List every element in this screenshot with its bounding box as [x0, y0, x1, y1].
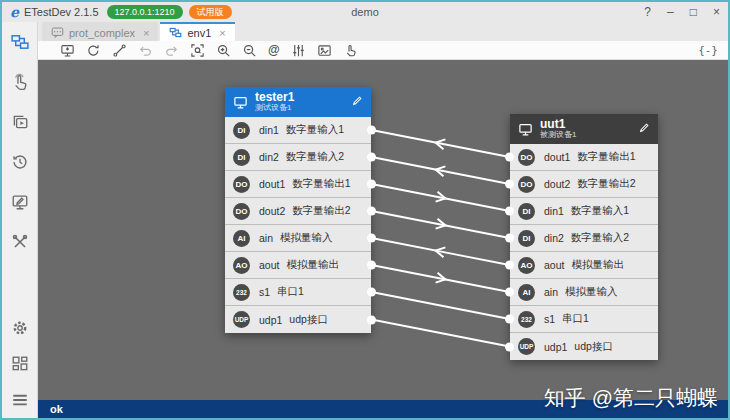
- port-connector-dot[interactable]: [505, 180, 514, 189]
- port-row[interactable]: 232 s1 串口1: [225, 279, 371, 306]
- device-block-tester1[interactable]: tester1 测试设备1 DI din1 数字量输入1 DI din2 数字量…: [225, 87, 371, 333]
- zoom-out-icon[interactable]: [242, 43, 257, 58]
- port-row[interactable]: AO aout 模拟量输出: [225, 252, 371, 279]
- device-header: uut1 被测设备1: [510, 114, 658, 144]
- left-sidebar: [2, 22, 38, 418]
- close-button[interactable]: ×: [713, 5, 720, 19]
- port-row[interactable]: DO dout2 数字量输出2: [510, 171, 658, 198]
- port-connector-dot[interactable]: [505, 153, 514, 162]
- port-name: dout1: [259, 178, 285, 190]
- edit-pencil-icon[interactable]: [638, 120, 650, 138]
- port-type-badge: DO: [233, 176, 250, 193]
- port-desc: 数字量输入2: [571, 231, 629, 245]
- port-connector-dot[interactable]: [505, 342, 514, 351]
- refresh-icon[interactable]: [86, 43, 101, 58]
- port-desc: udp接口: [289, 313, 328, 327]
- monitor-icon[interactable]: [60, 43, 75, 58]
- port-row[interactable]: DO dout2 数字量输出2: [225, 198, 371, 225]
- port-row[interactable]: AO aout 模拟量输出: [510, 252, 658, 279]
- settings-gear-icon[interactable]: [10, 318, 30, 338]
- run-layers-icon[interactable]: [10, 112, 30, 132]
- port-row[interactable]: DI din1 数字量输入1: [225, 117, 371, 144]
- port-connector-dot[interactable]: [367, 315, 376, 324]
- port-connector-dot[interactable]: [367, 126, 376, 135]
- status-text: ok: [50, 403, 63, 415]
- zoom-in-icon[interactable]: [216, 43, 231, 58]
- tab-env1[interactable]: env1 ×: [160, 22, 234, 41]
- topology-icon[interactable]: [10, 32, 30, 52]
- image-icon[interactable]: [317, 43, 332, 58]
- port-desc: 模拟量输出: [571, 258, 624, 272]
- port-type-badge: 232: [233, 284, 250, 301]
- port-row[interactable]: DO dout1 数字量输出1: [225, 171, 371, 198]
- port-desc: 数字量输出1: [577, 150, 635, 164]
- device-block-uut1[interactable]: uut1 被测设备1 DO dout1 数字量输出1 DO dout2 数字量输…: [510, 114, 658, 360]
- topology-canvas[interactable]: tester1 测试设备1 DI din1 数字量输入1 DI din2 数字量…: [38, 60, 728, 400]
- port-connector-dot[interactable]: [505, 315, 514, 324]
- minimize-button[interactable]: –: [667, 5, 674, 19]
- port-name: ain: [259, 232, 273, 244]
- mixer-icon[interactable]: [291, 43, 306, 58]
- port-name: udp1: [544, 341, 567, 353]
- port-type-badge: AI: [518, 284, 535, 301]
- port-type-badge: UDP: [518, 338, 535, 355]
- port-row[interactable]: AI ain 模拟量输入: [510, 279, 658, 306]
- port-connector-dot[interactable]: [505, 288, 514, 297]
- port-name: din2: [544, 232, 564, 244]
- menu-icon[interactable]: [10, 390, 30, 410]
- port-connector-dot[interactable]: [505, 234, 514, 243]
- app-window: e ETestDev 2.1.5 127.0.0.1:1210 试用版 demo…: [0, 0, 730, 420]
- port-row[interactable]: UDP udp1 udp接口: [510, 333, 658, 360]
- port-type-badge: AI: [233, 230, 250, 247]
- port-row[interactable]: DI din1 数字量输入1: [510, 198, 658, 225]
- port-connector-dot[interactable]: [367, 234, 376, 243]
- port-row[interactable]: DI din2 数字量输入2: [225, 144, 371, 171]
- dashboard-icon[interactable]: [10, 354, 30, 374]
- device-monitor-icon: [233, 95, 248, 110]
- port-connector-dot[interactable]: [367, 153, 376, 162]
- port-connector-dot[interactable]: [367, 180, 376, 189]
- port-connector-dot[interactable]: [367, 261, 376, 270]
- monitor-edit-icon[interactable]: [10, 192, 30, 212]
- port-connector-dot[interactable]: [505, 261, 514, 270]
- tab-close-icon[interactable]: ×: [143, 27, 149, 39]
- redo-icon[interactable]: [164, 43, 179, 58]
- tab-close-icon[interactable]: ×: [219, 27, 225, 39]
- port-type-badge: DO: [518, 176, 535, 193]
- fit-view-icon[interactable]: [190, 43, 205, 58]
- port-row[interactable]: DO dout1 数字量输出1: [510, 144, 658, 171]
- connect-icon[interactable]: [112, 43, 127, 58]
- device-header: tester1 测试设备1: [225, 87, 371, 117]
- tools-icon[interactable]: [10, 232, 30, 252]
- code-view-button[interactable]: {-}: [698, 44, 718, 57]
- at-icon[interactable]: @: [268, 43, 280, 57]
- port-type-badge: DI: [518, 230, 535, 247]
- port-name: din1: [544, 205, 564, 217]
- tab-prot-complex[interactable]: prot_complex ×: [42, 22, 158, 41]
- port-row[interactable]: DI din2 数字量输入2: [510, 225, 658, 252]
- port-connector-dot[interactable]: [367, 288, 376, 297]
- port-row[interactable]: UDP udp1 udp接口: [225, 306, 371, 333]
- undo-icon[interactable]: [138, 43, 153, 58]
- trial-badge: 试用版: [189, 5, 232, 19]
- topology-icon: [169, 26, 182, 39]
- help-button[interactable]: ?: [644, 5, 651, 19]
- touch-select-icon[interactable]: [343, 43, 358, 58]
- port-desc: 数字量输入1: [286, 123, 344, 137]
- port-desc: 数字量输入2: [286, 150, 344, 164]
- port-connector-dot[interactable]: [367, 207, 376, 216]
- maximize-button[interactable]: □: [690, 5, 697, 19]
- edit-pencil-icon[interactable]: [351, 93, 363, 111]
- port-type-badge: UDP: [233, 311, 250, 328]
- port-row[interactable]: 232 s1 串口1: [510, 306, 658, 333]
- history-icon[interactable]: [10, 152, 30, 172]
- canvas-toolbar: @ {-}: [38, 41, 728, 60]
- port-desc: 数字量输入1: [571, 204, 629, 218]
- port-row[interactable]: AI ain 模拟量输入: [225, 225, 371, 252]
- touch-icon[interactable]: [10, 72, 30, 92]
- port-name: aout: [544, 259, 564, 271]
- port-connector-dot[interactable]: [505, 207, 514, 216]
- port-desc: 数字量输出1: [292, 177, 350, 191]
- tab-label: env1: [187, 27, 211, 39]
- status-bar: ok: [38, 400, 728, 418]
